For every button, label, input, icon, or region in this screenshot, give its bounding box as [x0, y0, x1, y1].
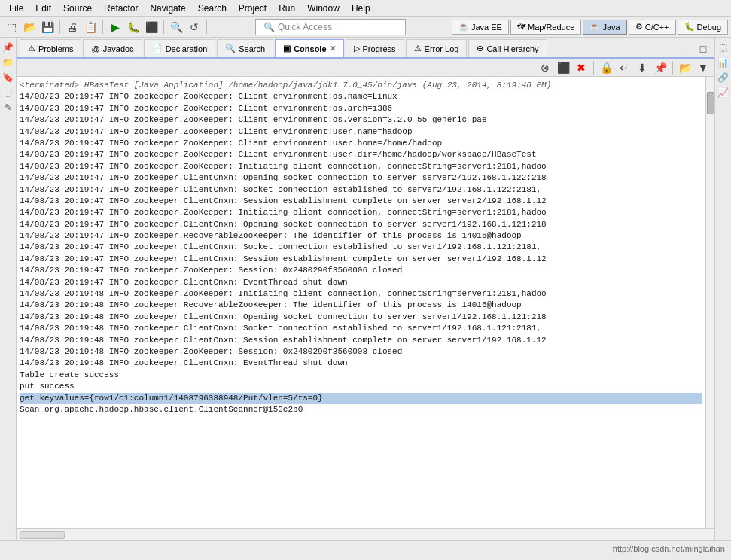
tab-declaration[interactable]: 📄 Declaration — [144, 39, 216, 57]
console-toolbar: ⊗ ⬛ ✖ 🔒 ↵ ⬇ 📌 📂 ▼ — [17, 59, 714, 77]
editor-area: ⚠ Problems @ Javadoc 📄 Declaration 🔍 Sea… — [17, 38, 714, 540]
log-line: Scan org.apache.hadoop.hbase.client.Clie… — [20, 404, 702, 415]
main-layout: 📌 📁 🔖 ⬚ ✎ ⚠ Problems @ Javadoc 📄 Declara… — [0, 38, 731, 540]
search-tab-icon: 🔍 — [225, 44, 236, 53]
vertical-scrollbar[interactable] — [705, 77, 714, 528]
menu-window[interactable]: Window — [301, 2, 346, 15]
minimize-button[interactable]: — — [678, 41, 695, 57]
tab-callhierarchy-label: Call Hierarchy — [486, 44, 538, 53]
tab-progress[interactable]: ▷ Progress — [346, 39, 404, 57]
left-sidebar: 📌 📁 🔖 ⬚ ✎ — [0, 38, 17, 540]
refresh-button[interactable]: ↺ — [186, 19, 203, 35]
log-line: 14/08/23 20:19:47 INFO zookeeper.ClientC… — [20, 196, 702, 207]
progress-icon: ▷ — [354, 44, 360, 53]
quick-access-box[interactable]: 🔍 Quick Access — [255, 19, 406, 35]
log-line: 14/08/23 20:19:47 INFO zookeeper.ZooKeep… — [20, 138, 702, 149]
left-icon-5[interactable]: ✎ — [2, 101, 15, 114]
stop-button[interactable]: ⬛ — [143, 19, 160, 35]
console-stop-btn[interactable]: ⬛ — [555, 59, 571, 76]
persp-java[interactable]: ☕ Java — [583, 20, 626, 35]
quick-access-label: Quick Access — [278, 22, 332, 32]
menu-edit[interactable]: Edit — [29, 2, 57, 15]
log-line: 14/08/23 20:19:47 INFO zookeeper.ClientC… — [20, 254, 702, 265]
persp-cpp[interactable]: ⚙ C/C++ — [629, 20, 676, 35]
log-line: 14/08/23 20:19:47 INFO zookeeper.ZooKeep… — [20, 161, 702, 172]
console-sep2 — [672, 61, 673, 75]
tab-javadoc-label: Javadoc — [103, 44, 134, 53]
left-icon-1[interactable]: 📌 — [2, 41, 15, 54]
left-icon-2[interactable]: 📁 — [2, 56, 15, 69]
persp-mapreduce[interactable]: 🗺 Map/Reduce — [510, 20, 581, 35]
tab-javadoc[interactable]: @ Javadoc — [83, 39, 142, 57]
new-button[interactable]: ⬚ — [3, 19, 20, 35]
right-icon-3[interactable]: 🔗 — [717, 71, 730, 84]
right-icon-4[interactable]: 📈 — [717, 86, 730, 99]
menu-run[interactable]: Run — [273, 2, 301, 15]
right-icon-2[interactable]: 📊 — [717, 56, 730, 69]
tab-bar: ⚠ Problems @ Javadoc 📄 Declaration 🔍 Sea… — [17, 38, 714, 59]
h-scroll-thumb[interactable] — [20, 531, 65, 539]
scroll-thumb[interactable] — [707, 92, 714, 114]
search-button[interactable]: 🔍 — [168, 19, 184, 35]
maximize-button[interactable]: □ — [695, 41, 711, 57]
errorlog-icon: ⚠ — [414, 44, 422, 53]
log-line: 14/08/23 20:19:47 INFO zookeeper.Recover… — [20, 230, 702, 242]
menu-help[interactable]: Help — [346, 2, 376, 15]
log-line: 14/08/23 20:19:47 INFO zookeeper.ClientC… — [20, 172, 702, 184]
console-scroll-end-btn[interactable]: ⬇ — [634, 59, 650, 76]
menu-source[interactable]: Source — [57, 2, 98, 15]
persp-debug[interactable]: 🐛 Debug — [678, 20, 728, 35]
console-wrapper: <terminated> HBaseTest [Java Application… — [17, 77, 714, 528]
console-scroll-lock-btn[interactable]: 🔒 — [598, 59, 614, 76]
console-menu-btn[interactable]: ▼ — [695, 59, 711, 76]
status-url: http://blog.csdn.net/minglaihan — [613, 544, 725, 553]
tab-search[interactable]: 🔍 Search — [217, 39, 273, 57]
declaration-icon: 📄 — [152, 44, 163, 53]
console-output[interactable]: <terminated> HBaseTest [Java Application… — [17, 77, 705, 528]
log-line: 14/08/23 20:19:48 INFO zookeeper.ClientC… — [20, 312, 702, 323]
tab-console[interactable]: ▣ Console ✕ — [275, 39, 343, 57]
menu-refactor[interactable]: Refactor — [98, 2, 144, 15]
run-button[interactable]: ▶ — [107, 19, 123, 35]
log-line: 14/08/23 20:19:48 INFO zookeeper.ClientC… — [20, 358, 702, 369]
open-button[interactable]: 📂 — [21, 19, 38, 35]
console-terminate-btn[interactable]: ✖ — [573, 59, 589, 76]
menu-search[interactable]: Search — [192, 2, 233, 15]
right-sidebar: ⬚ 📊 🔗 📈 — [714, 38, 731, 540]
menu-navigate[interactable]: Navigate — [144, 2, 191, 15]
left-icon-4[interactable]: ⬚ — [2, 86, 15, 99]
console-pin-btn[interactable]: 📌 — [652, 59, 669, 76]
tab-declaration-label: Declaration — [166, 44, 208, 53]
log-line: 14/08/23 20:19:47 INFO zookeeper.ClientC… — [20, 219, 702, 230]
tab-problems[interactable]: ⚠ Problems — [20, 39, 81, 57]
console-clear-btn[interactable]: ⊗ — [537, 59, 553, 76]
separator1 — [59, 20, 60, 34]
properties-button[interactable]: 📋 — [82, 19, 99, 35]
console-close-icon[interactable]: ✕ — [330, 44, 336, 53]
right-icon-1[interactable]: ⬚ — [717, 41, 730, 54]
search-icon: 🔍 — [263, 22, 275, 32]
log-line: get keyvalues={row1/c1:column1/140879638… — [20, 393, 702, 404]
tab-callhierarchy[interactable]: ⊕ Call Hierarchy — [468, 39, 547, 57]
tab-progress-label: Progress — [363, 44, 396, 53]
console-word-wrap-btn[interactable]: ↵ — [616, 59, 632, 76]
persp-javaee[interactable]: ☕ Java EE — [452, 20, 509, 35]
tab-errorlog[interactable]: ⚠ Error Log — [406, 39, 468, 57]
log-lines-container: 14/08/23 20:19:47 INFO zookeeper.ZooKeep… — [20, 91, 702, 415]
terminated-header: <terminated> HBaseTest [Java Application… — [20, 80, 702, 91]
horizontal-scrollbar-area[interactable] — [17, 528, 714, 540]
print-button[interactable]: 🖨 — [64, 19, 81, 35]
log-line: 14/08/23 20:19:47 INFO zookeeper.ZooKeep… — [20, 91, 702, 102]
log-line: Table create success — [20, 370, 702, 381]
toolbar1: ⬚ 📂 💾 🖨 📋 ▶ 🐛 ⬛ 🔍 ↺ 🔍 Quick Access ☕ Jav… — [0, 17, 731, 38]
log-line: 14/08/23 20:19:48 INFO zookeeper.ClientC… — [20, 323, 702, 334]
log-line: 14/08/23 20:19:47 INFO zookeeper.ZooKeep… — [20, 114, 702, 126]
menu-project[interactable]: Project — [233, 2, 273, 15]
console-icon: ▣ — [283, 44, 291, 53]
tab-errorlog-label: Error Log — [425, 44, 459, 53]
left-icon-3[interactable]: 🔖 — [2, 71, 15, 84]
console-open-btn[interactable]: 📂 — [677, 59, 693, 76]
debug-button[interactable]: 🐛 — [125, 19, 142, 35]
menu-file[interactable]: File — [3, 2, 29, 15]
save-button[interactable]: 💾 — [39, 19, 56, 35]
